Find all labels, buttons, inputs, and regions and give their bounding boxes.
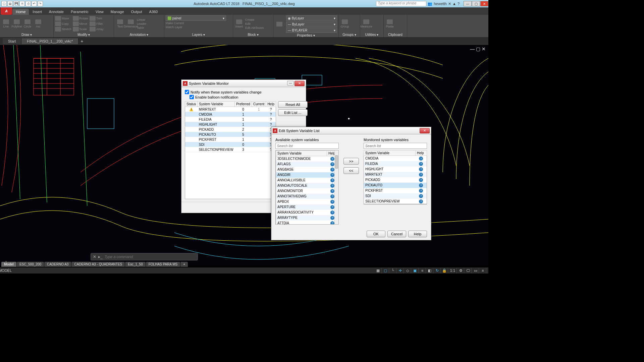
scale-button[interactable]: Scale — [73, 27, 89, 32]
leader-button[interactable]: Leader — [137, 22, 146, 25]
status-monitor-icon[interactable]: 🖵 — [465, 268, 472, 273]
esvl-available-row[interactable]: ATTDIA? — [276, 221, 338, 225]
svm-row[interactable]: SELECTIONPREVIEW3? — [185, 147, 276, 152]
linear-button[interactable]: Linear — [137, 18, 146, 21]
svm-col-pref[interactable]: Preferred — [235, 102, 252, 107]
esvl-available-row[interactable]: APERTURE? — [276, 204, 338, 210]
esvl-available-row[interactable]: ANNOMONITOR? — [276, 188, 338, 194]
group-button[interactable]: Group — [340, 18, 350, 30]
help-icon[interactable]: ? — [330, 194, 334, 198]
esvl-monitored-row[interactable]: FILEDIA? — [364, 161, 427, 167]
status-scale[interactable]: 1:1 — [449, 268, 457, 273]
esvl-mon-col-help[interactable]: Help — [416, 150, 427, 156]
array-button[interactable]: Array — [90, 27, 104, 32]
esvl-available-row[interactable]: ANGDIR? — [276, 172, 338, 178]
svm-col-status[interactable]: Status — [185, 102, 198, 107]
circle-button[interactable]: Circle — [23, 18, 32, 30]
svm-notify-checkbox[interactable]: Notify when these system variables chang… — [185, 90, 303, 94]
esvl-monitored-row[interactable]: PICKFIRST? — [364, 188, 427, 193]
status-polar-icon[interactable]: ✛ — [397, 268, 404, 273]
svm-titlebar[interactable]: A System Variable Monitor — ✕ — [181, 80, 306, 87]
panel-annotation[interactable]: Annotation ▾ — [115, 32, 163, 37]
esvl-available-row[interactable]: ARRAYTYPE? — [276, 215, 338, 221]
lineweight-dropdown[interactable]: — ByLayer▾ — [286, 21, 337, 27]
match-properties-button[interactable] — [275, 18, 284, 30]
esvl-titlebar[interactable]: A Edit System Variable List ✕ — [271, 127, 431, 134]
layout-tab-add[interactable]: + — [180, 262, 188, 267]
polyline-button[interactable]: Polyline — [12, 18, 21, 30]
status-customize-icon[interactable]: ≡ — [480, 268, 486, 273]
esvl-monitored-row[interactable]: SDI? — [364, 193, 427, 199]
svm-row[interactable]: HIGHLIGHT1? — [185, 122, 276, 127]
edit-attributes-button[interactable]: Edit Attributes — [245, 26, 264, 29]
esvl-available-row[interactable]: ANGBASE? — [276, 167, 338, 172]
svm-reset-all-button[interactable]: Reset All — [278, 101, 308, 108]
help-icon[interactable]: ? — [270, 118, 272, 121]
svm-edit-list-button[interactable]: Edit List ... — [278, 109, 308, 116]
viewport-controls[interactable]: — ▢ ✕ — [470, 46, 486, 52]
svm-table[interactable]: Status System Variable Preferred Current… — [185, 101, 276, 152]
move-button[interactable]: Move — [55, 16, 71, 21]
help-icon[interactable]: ? — [330, 189, 334, 193]
help-icon[interactable]: ? — [330, 178, 334, 182]
ribbon-tab-insert[interactable]: Insert — [29, 9, 45, 15]
svm-col-cur[interactable]: Current — [252, 102, 266, 107]
match-layer-button[interactable]: Match Layer — [166, 25, 231, 29]
stretch-button[interactable]: Stretch — [55, 27, 71, 32]
rotate-button[interactable]: Rotate — [73, 16, 89, 21]
layout-tab-5[interactable]: FOLHAS PARA MS — [146, 262, 180, 267]
esvl-monitored-row[interactable]: CMDDIA? — [364, 156, 427, 161]
fillet-button[interactable]: Fillet — [90, 21, 104, 26]
esvl-monitored-row[interactable]: PICKADD? — [364, 177, 427, 183]
status-clean-icon[interactable]: ▭ — [472, 268, 479, 273]
svm-balloon-checkbox[interactable]: Enable balloon notification — [190, 95, 303, 99]
help-icon[interactable]: ? — [419, 194, 423, 198]
status-lineweight-icon[interactable]: ≡ — [419, 268, 426, 273]
make-current-button[interactable]: Make Current — [166, 21, 231, 25]
window-minimize-button[interactable]: — — [464, 1, 472, 6]
qat-redo-icon[interactable]: ↷ — [38, 1, 43, 6]
panel-draw[interactable]: Draw ▾ — [1, 32, 52, 37]
help-icon[interactable]: ? — [419, 173, 423, 177]
autodesk360-icon[interactable]: ▲ — [452, 2, 456, 6]
esvl-available-row[interactable]: ARRAYASSOCIATIVITY? — [276, 210, 338, 215]
help-icon[interactable]: ? — [458, 2, 460, 6]
help-icon[interactable]: ? — [330, 168, 334, 172]
esvl-close-button[interactable]: ✕ — [420, 128, 430, 133]
esvl-available-row[interactable]: 3DSELECTIONMODE? — [276, 156, 338, 162]
mirror-button[interactable]: Mirror — [73, 21, 89, 26]
esvl-avail-col-var[interactable]: System Variable — [276, 151, 327, 156]
color-dropdown[interactable]: ◉ ByLayer▾ — [286, 15, 337, 21]
status-cycling-icon[interactable]: ↻ — [434, 268, 441, 273]
svm-row[interactable]: PICKFIRST1? — [185, 137, 276, 142]
app-menu-button[interactable]: A — [1, 7, 12, 15]
svm-row[interactable]: SDI0? — [185, 142, 276, 147]
panel-block[interactable]: Block ▾ — [234, 32, 272, 37]
layout-tab-2[interactable]: CADERNO A3 — [44, 262, 71, 267]
status-gear-icon[interactable]: ⚙ — [458, 268, 464, 273]
svm-row[interactable]: PICKAUTO5? — [185, 132, 276, 137]
ribbon-tab-annotate[interactable]: Annotate — [46, 9, 67, 15]
linetype-dropdown[interactable]: — BYLAYER▾ — [286, 27, 337, 33]
help-icon[interactable]: ? — [419, 162, 423, 166]
esvl-remove-button[interactable]: << — [343, 167, 359, 174]
ribbon-tab-a360[interactable]: A360 — [146, 9, 161, 15]
svm-row[interactable]: FILEDIA1? — [185, 117, 276, 122]
help-icon[interactable]: ? — [330, 210, 334, 215]
arc-button[interactable]: Arc — [34, 18, 43, 30]
help-icon[interactable]: ? — [419, 199, 423, 203]
help-icon[interactable]: ? — [330, 216, 334, 220]
help-icon[interactable]: ? — [270, 108, 272, 111]
help-icon[interactable]: ? — [330, 162, 334, 166]
help-icon[interactable]: ? — [330, 205, 334, 209]
doc-tab-add-button[interactable]: + — [78, 39, 85, 44]
esvl-monitored-row[interactable]: MIRRTEXT? — [364, 172, 427, 177]
status-grid-icon[interactable]: ▦ — [375, 268, 382, 273]
edit-button[interactable]: Edit — [245, 22, 264, 25]
esvl-add-button[interactable]: >> — [343, 158, 359, 165]
svm-minimize-button[interactable]: — — [287, 81, 294, 85]
qat-save-icon[interactable]: 💾 — [13, 1, 19, 6]
layout-tab-3[interactable]: CADERNO A3 - QUADRANTES — [71, 262, 125, 267]
svm-col-help[interactable]: Help — [266, 102, 276, 107]
help-icon[interactable]: ? — [330, 157, 334, 161]
